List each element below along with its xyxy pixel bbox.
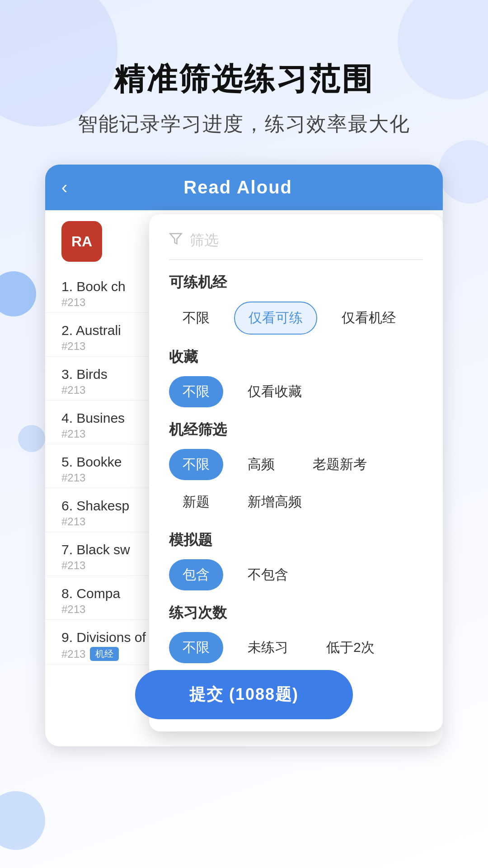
section-collection: 收藏 不限 仅看收藏 [169, 347, 423, 407]
app-header: ‹ Read Aloud [45, 165, 443, 210]
option-exclude-mock[interactable]: 不包含 [234, 559, 302, 590]
option-include-mock[interactable]: 包含 [169, 559, 223, 590]
bg-circle-right-mid [438, 140, 488, 203]
option-old-new[interactable]: 老题新考 [299, 449, 380, 480]
section-label-collection: 收藏 [169, 347, 423, 367]
header-section: 精准筛选练习范围 智能记录学习进度，练习效率最大化 [0, 0, 488, 137]
bg-circle-left-mid [0, 271, 36, 316]
section-mock: 模拟题 包含 不包含 [169, 530, 423, 590]
section-label-practice-count: 练习次数 [169, 603, 423, 623]
bg-circle-left-lower [18, 425, 45, 452]
section-kelijing: 可练机经 不限 仅看可练 仅看机经 [169, 273, 423, 335]
option-less-than-2[interactable]: 低于2次 [313, 632, 388, 663]
section-label-mock: 模拟题 [169, 530, 423, 550]
option-unlimited-kelijing[interactable]: 不限 [169, 302, 223, 334]
option-only-collected[interactable]: 仅看收藏 [234, 376, 315, 407]
app-container: ‹ Read Aloud RA 1. Book ch #213 2. Austr… [45, 165, 443, 746]
ra-icon: RA [61, 221, 102, 262]
options-row-mock: 包含 不包含 [169, 559, 423, 590]
option-unlimited-jijing[interactable]: 不限 [169, 449, 223, 480]
app-bg-card: ‹ Read Aloud RA 1. Book ch #213 2. Austr… [45, 165, 443, 746]
option-unlimited-collection[interactable]: 不限 [169, 376, 223, 407]
filter-search-placeholder: 筛选 [190, 231, 219, 250]
main-title: 精准筛选练习范围 [0, 59, 488, 100]
section-label-jijing-filter: 机经筛选 [169, 420, 423, 440]
options-row-kelijing: 不限 仅看可练 仅看机经 [169, 302, 423, 335]
sub-title: 智能记录学习进度，练习效率最大化 [0, 111, 488, 137]
options-row-collection: 不限 仅看收藏 [169, 376, 423, 407]
back-button[interactable]: ‹ [61, 177, 67, 198]
app-header-title: Read Aloud [76, 177, 399, 198]
jijing-badge: 机经 [90, 647, 119, 661]
bg-circle-bottom-left [0, 791, 45, 850]
option-only-jijing[interactable]: 仅看机经 [328, 302, 409, 334]
filter-icon [169, 232, 183, 249]
section-label-kelijing: 可练机经 [169, 273, 423, 292]
filter-panel: 筛选 可练机经 不限 仅看可练 仅看机经 收藏 不限 仅看收藏 [149, 214, 443, 731]
option-new-question[interactable]: 新题 [169, 486, 223, 518]
options-row-jijing-2: 新题 新增高频 [169, 486, 423, 518]
option-only-practicable[interactable]: 仅看可练 [234, 302, 317, 335]
option-not-practiced[interactable]: 未练习 [234, 632, 302, 663]
section-jijing-filter: 机经筛选 不限 高频 老题新考 新题 新增高频 [169, 420, 423, 518]
options-row-count-1: 不限 未练习 低于2次 [169, 632, 423, 663]
option-new-high-freq[interactable]: 新增高频 [234, 486, 315, 518]
submit-button[interactable]: 提交 (1088题) [135, 670, 353, 719]
option-high-freq[interactable]: 高频 [234, 449, 288, 480]
option-unlimited-count[interactable]: 不限 [169, 632, 223, 663]
options-row-jijing-1: 不限 高频 老题新考 [169, 449, 423, 480]
filter-search-row: 筛选 [169, 231, 423, 260]
svg-marker-0 [170, 234, 182, 244]
